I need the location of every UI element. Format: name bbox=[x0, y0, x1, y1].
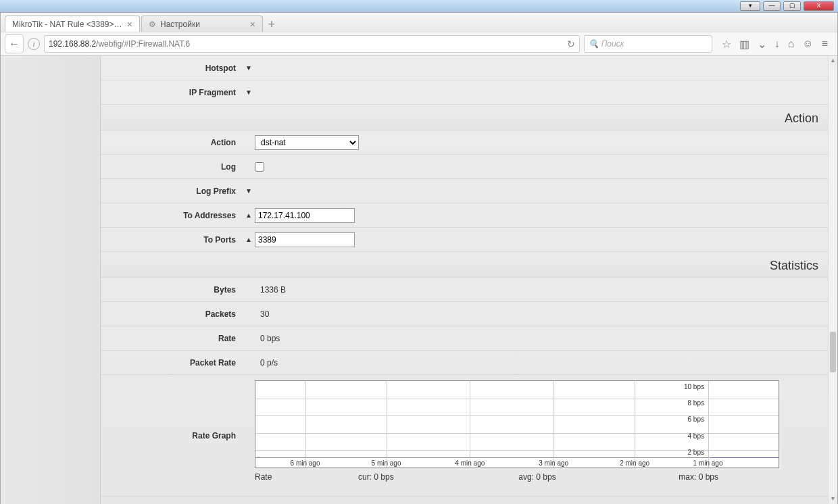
search-icon: 🔍 bbox=[589, 39, 599, 49]
field-label: Log Prefix bbox=[101, 186, 243, 196]
field-label: Rate Graph bbox=[101, 378, 243, 493]
field-label: Bytes bbox=[101, 285, 243, 295]
search-bar[interactable]: 🔍 Поиск bbox=[584, 35, 712, 53]
rate-graph: 10 bps 8 bps 6 bps 4 bps 2 bps 6 min ago… bbox=[255, 380, 779, 468]
os-maximize-button[interactable]: ▢ bbox=[783, 1, 801, 11]
stat-value: 30 bbox=[255, 309, 269, 319]
gear-icon: ⚙ bbox=[149, 20, 156, 29]
section-action-header: Action bbox=[101, 105, 828, 130]
x-tick: 2 min ago bbox=[620, 459, 649, 467]
field-label: Log bbox=[101, 162, 243, 172]
stat-packets: Packets 30 bbox=[101, 302, 828, 326]
scroll-track[interactable] bbox=[829, 66, 837, 495]
legend-avg: avg: 0 bps bbox=[457, 472, 618, 482]
stat-rate-graph: Rate Graph 10 bp bbox=[101, 375, 828, 497]
scroll-up-icon[interactable]: ▴ bbox=[829, 56, 837, 66]
reload-icon[interactable]: ↻ bbox=[567, 39, 575, 49]
url-text: 192.168.88.2/webfig/#IP:Firewall.NAT.6 bbox=[49, 39, 567, 49]
browser-tab-active[interactable]: MikroTik - NAT Rule <3389> at... × bbox=[5, 16, 140, 32]
field-label: IP Fragment bbox=[101, 88, 243, 97]
y-tick: 6 bps bbox=[688, 415, 704, 423]
arrow-left-icon: ← bbox=[9, 38, 20, 50]
y-tick: 2 bps bbox=[688, 448, 704, 455]
pocket-icon[interactable]: ⌄ bbox=[758, 38, 766, 51]
site-info-icon[interactable]: i bbox=[28, 38, 40, 50]
legend-max: max: 0 bps bbox=[618, 472, 779, 482]
chevron-up-icon[interactable]: ▲ bbox=[243, 236, 255, 243]
field-label: To Addresses bbox=[101, 211, 243, 220]
home-icon[interactable]: ⌂ bbox=[788, 38, 795, 50]
x-tick: 5 min ago bbox=[372, 459, 401, 467]
section-statistics-header: Statistics bbox=[101, 252, 828, 278]
stat-rate: Rate 0 bps bbox=[101, 326, 828, 351]
x-tick: 1 min ago bbox=[693, 459, 723, 467]
field-action: Action dst-nat bbox=[101, 130, 828, 155]
stat-packet-rate: Packet Rate 0 p/s bbox=[101, 351, 828, 375]
back-button[interactable]: ← bbox=[5, 34, 24, 53]
bookmark-star-icon[interactable]: ☆ bbox=[722, 38, 731, 51]
tab-title: Настройки bbox=[160, 20, 246, 29]
x-tick: 3 min ago bbox=[539, 459, 568, 467]
scroll-thumb[interactable] bbox=[830, 332, 836, 372]
x-tick: 6 min ago bbox=[291, 459, 320, 467]
os-minimize-button[interactable]: — bbox=[763, 1, 781, 11]
field-label: To Ports bbox=[101, 235, 243, 245]
tab-close-icon[interactable]: × bbox=[127, 19, 132, 30]
tab-close-icon[interactable]: × bbox=[250, 19, 255, 30]
browser-tab-inactive[interactable]: ⚙ Настройки × bbox=[141, 16, 263, 32]
toolbar-icons: ☆ ▥ ⌄ ↓ ⌂ ☺ ≡ bbox=[716, 38, 833, 51]
field-label: Rate bbox=[101, 334, 243, 343]
left-gutter bbox=[1, 56, 101, 504]
field-label: Packets bbox=[101, 309, 243, 319]
x-tick: 4 min ago bbox=[455, 459, 485, 467]
os-close-button[interactable]: X bbox=[804, 1, 834, 11]
to-addresses-input[interactable] bbox=[255, 208, 355, 223]
action-select[interactable]: dst-nat bbox=[255, 135, 359, 150]
chevron-down-icon[interactable]: ▼ bbox=[243, 187, 255, 195]
page-viewport: Hotspot ▼ IP Fragment ▼ Action Action ds… bbox=[1, 56, 837, 504]
plot-line bbox=[711, 457, 779, 458]
stat-value: 1336 B bbox=[255, 285, 286, 295]
smiley-icon[interactable]: ☺ bbox=[802, 38, 813, 50]
vertical-scrollbar[interactable]: ▴ ▾ bbox=[828, 56, 837, 504]
spacer bbox=[243, 378, 255, 493]
stat-bytes: Bytes 1336 B bbox=[101, 278, 828, 302]
graph-legend: Rate cur: 0 bps avg: 0 bps max: 0 bps bbox=[255, 468, 779, 482]
y-tick: 4 bps bbox=[688, 432, 704, 439]
chevron-down-icon[interactable]: ▼ bbox=[243, 64, 255, 72]
downloads-icon[interactable]: ↓ bbox=[774, 38, 780, 50]
new-tab-button[interactable]: + bbox=[264, 17, 279, 32]
browser-window: MikroTik - NAT Rule <3389> at... × ⚙ Нас… bbox=[0, 12, 838, 504]
log-checkbox[interactable] bbox=[255, 162, 264, 172]
tab-title: MikroTik - NAT Rule <3389> at... bbox=[12, 20, 123, 29]
field-to-ports: To Ports ▲ bbox=[101, 228, 828, 252]
field-label: Hotspot bbox=[101, 64, 243, 73]
field-hotspot: Hotspot ▼ bbox=[101, 56, 828, 80]
field-log: Log bbox=[101, 155, 828, 179]
field-ip-fragment: IP Fragment ▼ bbox=[101, 80, 828, 105]
search-placeholder: Поиск bbox=[601, 39, 624, 49]
os-dropdown-button[interactable]: ▾ bbox=[740, 1, 760, 11]
y-tick: 10 bps bbox=[684, 382, 704, 390]
y-tick: 8 bps bbox=[688, 399, 704, 407]
stat-value: 0 p/s bbox=[255, 358, 278, 368]
library-icon[interactable]: ▥ bbox=[739, 38, 749, 51]
browser-toolbar: ← i 192.168.88.2/webfig/#IP:Firewall.NAT… bbox=[1, 32, 837, 56]
page-content: Hotspot ▼ IP Fragment ▼ Action Action ds… bbox=[101, 56, 828, 504]
scroll-down-icon[interactable]: ▾ bbox=[829, 495, 837, 504]
chevron-up-icon[interactable]: ▲ bbox=[243, 211, 255, 219]
graph-wrap: 10 bps 8 bps 6 bps 4 bps 2 bps 6 min ago… bbox=[255, 378, 779, 493]
field-label: Packet Rate bbox=[101, 358, 243, 368]
legend-cur: cur: 0 bps bbox=[295, 472, 457, 482]
browser-tabstrip: MikroTik - NAT Rule <3389> at... × ⚙ Нас… bbox=[1, 13, 837, 32]
to-ports-input[interactable] bbox=[255, 232, 355, 247]
field-to-addresses: To Addresses ▲ bbox=[101, 203, 828, 228]
menu-icon[interactable]: ≡ bbox=[822, 38, 828, 50]
field-label: Action bbox=[101, 138, 243, 147]
chevron-down-icon[interactable]: ▼ bbox=[243, 89, 255, 96]
os-titlebar: ▾ — ▢ X bbox=[0, 0, 838, 12]
stat-value: 0 bps bbox=[255, 334, 280, 343]
legend-name: Rate bbox=[255, 472, 295, 482]
url-bar[interactable]: 192.168.88.2/webfig/#IP:Firewall.NAT.6 ↻ bbox=[44, 35, 580, 53]
field-log-prefix: Log Prefix ▼ bbox=[101, 179, 828, 203]
